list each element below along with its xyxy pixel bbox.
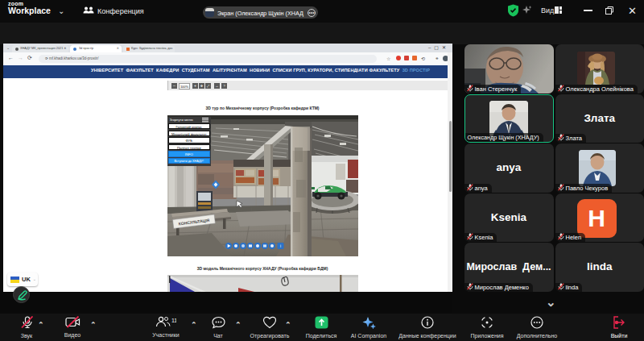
svg-text:i: i [280,243,281,248]
svg-text:11: 11 [171,318,176,323]
